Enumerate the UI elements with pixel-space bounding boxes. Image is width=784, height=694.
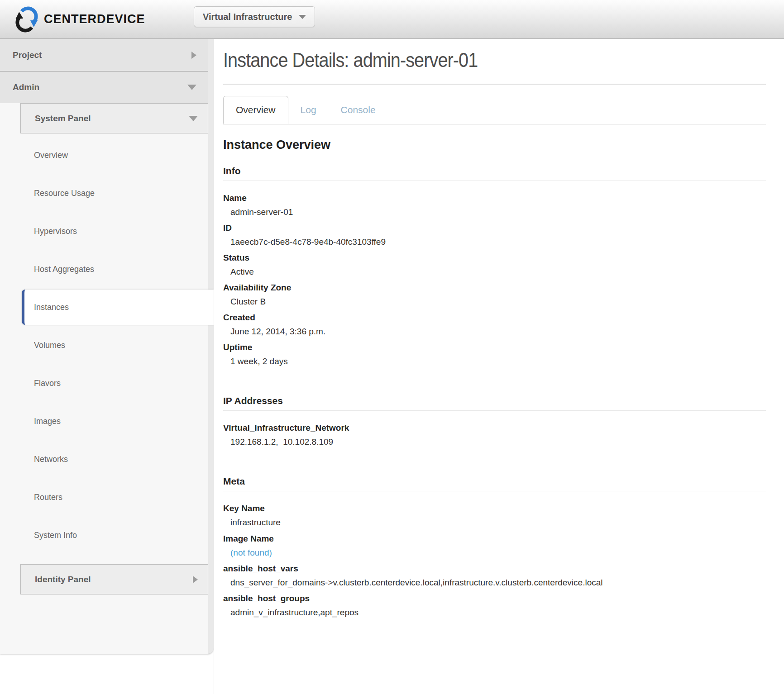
tab-overview[interactable]: Overview: [223, 96, 288, 124]
chevron-down-icon: [187, 85, 196, 90]
key-name-value: infrastructure: [230, 518, 766, 528]
ip-addresses-section: IP Addresses Virtual_Infrastructure_Netw…: [223, 395, 766, 447]
sidebar-section-admin-label: Admin: [13, 82, 39, 92]
chevron-right-icon: [191, 52, 196, 59]
sidebar-item-hypervisors[interactable]: Hypervisors: [0, 212, 208, 250]
sidebar-item-routers[interactable]: Routers: [0, 478, 208, 516]
sidebar-section-identity-panel[interactable]: Identity Panel: [20, 564, 208, 594]
sidebar-nav: Overview Resource Usage Hypervisors Host…: [0, 133, 208, 554]
sidebar-section-admin[interactable]: Admin: [0, 71, 208, 103]
meta-section: Meta Key Name infrastructure Image Name …: [223, 476, 766, 617]
ip-addresses-section-title: IP Addresses: [223, 395, 766, 411]
brand-logo: CENTERDEVICE: [14, 6, 145, 33]
sidebar-section-identity-panel-label: Identity Panel: [35, 575, 91, 585]
network-ips-value: 192.168.1.2, 10.102.8.109: [230, 437, 766, 447]
network-name-term: Virtual_Infrastructure_Network: [223, 423, 766, 433]
availability-zone-value: Cluster B: [230, 297, 766, 307]
availability-zone-term: Availability Zone: [223, 283, 766, 293]
image-name-link[interactable]: (not found): [230, 548, 766, 558]
instance-overview-heading: Instance Overview: [223, 138, 766, 152]
sidebar: Project Admin System Panel Overview Reso…: [0, 39, 214, 654]
brand-name: CENTERDEVICE: [44, 12, 145, 26]
status-value: Active: [230, 267, 766, 277]
info-section-title: Info: [223, 166, 766, 181]
sidebar-item-instances[interactable]: Instances: [22, 290, 214, 325]
circular-arrows-icon: [14, 6, 40, 33]
sidebar-section-project-label: Project: [13, 50, 42, 60]
sidebar-item-resource-usage[interactable]: Resource Usage: [0, 174, 208, 212]
key-name-term: Key Name: [223, 504, 766, 513]
ansible-host-groups-value: admin_v_infrastructure,apt_repos: [230, 608, 766, 618]
uptime-value: 1 week, 2 days: [230, 357, 766, 366]
sidebar-item-volumes[interactable]: Volumes: [0, 326, 208, 364]
app-header: CENTERDEVICE Virtual Infrastructure: [0, 0, 784, 39]
sidebar-item-overview[interactable]: Overview: [0, 136, 208, 174]
name-term: Name: [223, 193, 766, 203]
image-name-term: Image Name: [223, 534, 766, 544]
created-value: June 12, 2014, 3:36 p.m.: [230, 327, 766, 337]
sidebar-item-images[interactable]: Images: [0, 402, 208, 440]
sidebar-item-flavors[interactable]: Flavors: [0, 364, 208, 402]
ansible-host-groups-term: ansible_host_groups: [223, 594, 766, 604]
ansible-host-vars-value: dns_server_for_domains->v.clusterb.cente…: [230, 578, 766, 588]
sidebar-section-system-panel-label: System Panel: [35, 114, 91, 124]
ansible-host-vars-term: ansible_host_vars: [223, 564, 766, 574]
sidebar-section-project[interactable]: Project: [0, 39, 208, 71]
sidebar-inner: Project Admin System Panel Overview Reso…: [0, 39, 208, 654]
tab-bar: Overview Log Console: [223, 96, 766, 124]
sidebar-section-system-panel[interactable]: System Panel: [20, 103, 208, 133]
meta-section-title: Meta: [223, 476, 766, 491]
uptime-term: Uptime: [223, 342, 766, 352]
chevron-down-icon: [189, 116, 198, 121]
tab-log[interactable]: Log: [288, 96, 329, 124]
name-value: admin-server-01: [230, 207, 766, 217]
meta-list: Key Name infrastructure Image Name (not …: [223, 504, 766, 617]
tab-console[interactable]: Console: [329, 96, 388, 124]
ip-addresses-list: Virtual_Infrastructure_Network 192.168.1…: [223, 423, 766, 447]
id-value: 1aeecb7c-d5e8-4c78-9e4b-40fc3103ffe9: [230, 237, 766, 247]
project-selector-dropdown[interactable]: Virtual Infrastructure: [194, 6, 315, 27]
sidebar-item-host-aggregates[interactable]: Host Aggregates: [0, 250, 208, 288]
main-content: Instance Details: admin-server-01 Overvi…: [214, 39, 784, 694]
chevron-right-icon: [193, 576, 198, 583]
sidebar-item-system-info[interactable]: System Info: [0, 516, 208, 554]
info-section: Info Name admin-server-01 ID 1aeecb7c-d5…: [223, 166, 766, 366]
title-divider: [223, 84, 766, 85]
chevron-down-icon: [299, 15, 306, 19]
id-term: ID: [223, 223, 766, 233]
status-term: Status: [223, 253, 766, 263]
page-title: Instance Details: admin-server-01: [223, 49, 712, 71]
sidebar-item-networks[interactable]: Networks: [0, 440, 208, 478]
info-list: Name admin-server-01 ID 1aeecb7c-d5e8-4c…: [223, 193, 766, 366]
created-term: Created: [223, 313, 766, 323]
page: CENTERDEVICE Virtual Infrastructure Proj…: [0, 0, 784, 694]
project-selector-label: Virtual Infrastructure: [203, 12, 292, 22]
